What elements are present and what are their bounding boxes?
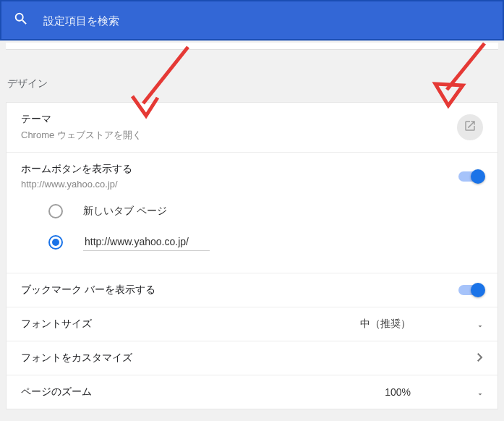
font-customize-row[interactable]: フォントをカスタマイズ <box>7 341 497 375</box>
radio-icon <box>48 204 63 218</box>
external-link-icon <box>464 119 477 135</box>
open-webstore-button[interactable] <box>457 114 483 140</box>
font-size-row[interactable]: フォントサイズ 中（推奨） <box>7 307 497 341</box>
dropdown-icon <box>476 388 483 396</box>
settings-search-bar <box>0 0 504 41</box>
font-size-value: 中（推奨） <box>360 318 411 331</box>
radio-new-tab[interactable]: 新しいタブ ページ <box>48 197 483 226</box>
chevron-right-icon <box>477 352 483 365</box>
radio-custom-url[interactable] <box>48 226 483 258</box>
theme-row[interactable]: テーマ Chrome ウェブストアを開く <box>7 103 497 153</box>
font-customize-label: フォントをカスタマイズ <box>21 352 132 365</box>
home-button-label: ホームボタンを表示する <box>21 163 458 176</box>
design-card: テーマ Chrome ウェブストアを開く ホームボタンを表示する http://… <box>6 102 498 409</box>
bookmark-bar-toggle[interactable] <box>458 285 483 295</box>
previous-section-peek <box>6 43 498 50</box>
home-button-sub: http://www.yahoo.co.jp/ <box>21 179 458 190</box>
page-zoom-row[interactable]: ページのズーム 100% <box>7 375 497 409</box>
page-zoom-label: ページのズーム <box>21 386 92 399</box>
radio-new-tab-label: 新しいタブ ページ <box>83 205 167 218</box>
radio-icon-checked <box>48 235 63 250</box>
home-button-radio-group: 新しいタブ ページ <box>7 194 497 273</box>
search-input[interactable] <box>43 14 491 27</box>
page-zoom-value: 100% <box>385 386 411 398</box>
section-title-design: デザイン <box>0 50 504 102</box>
home-button-row: ホームボタンを表示する http://www.yahoo.co.jp/ <box>7 153 497 194</box>
theme-sub: Chrome ウェブストアを開く <box>21 129 457 142</box>
font-size-label: フォントサイズ <box>21 318 92 331</box>
search-icon <box>13 11 43 30</box>
bookmark-bar-row: ブックマーク バーを表示する <box>7 273 497 307</box>
theme-label: テーマ <box>21 113 457 126</box>
custom-url-input[interactable] <box>83 233 210 251</box>
bookmark-bar-label: ブックマーク バーを表示する <box>21 284 155 297</box>
dropdown-icon <box>476 320 483 328</box>
home-button-toggle[interactable] <box>458 171 483 182</box>
